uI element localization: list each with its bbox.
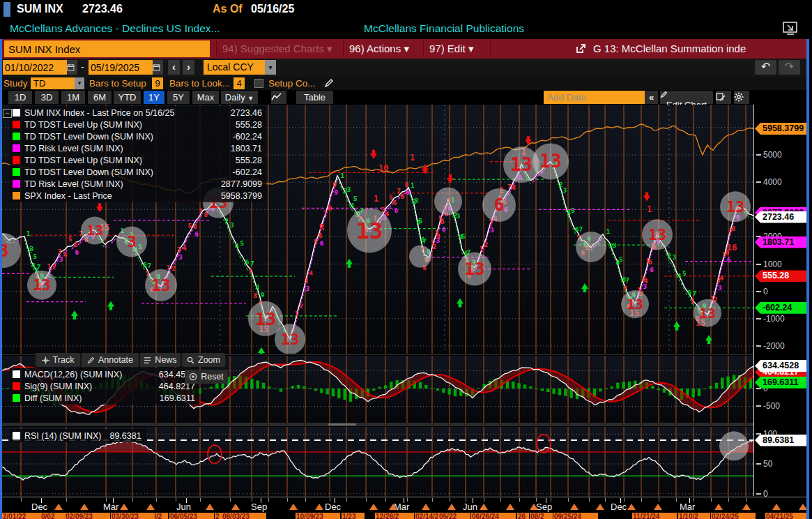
svg-text:5: 5 bbox=[68, 235, 72, 243]
legend-main-row[interactable]: TD TDST Level Down (SUM INX)-602.24 bbox=[13, 130, 262, 142]
bars-to-look-field[interactable]: 4 bbox=[233, 77, 245, 89]
x-axis-tick bbox=[186, 498, 187, 503]
as-of-label: As Of bbox=[213, 3, 243, 15]
currency-select[interactable]: Local CCY bbox=[204, 60, 265, 75]
security-input[interactable] bbox=[4, 40, 210, 57]
scrollbar-handle[interactable] bbox=[328, 423, 356, 426]
currency-dropdown-icon[interactable]: ▾ bbox=[265, 60, 276, 75]
date-chip: 08/2 bbox=[530, 513, 553, 519]
study-dropdown-icon[interactable]: ▾ bbox=[75, 77, 84, 89]
redo-button[interactable]: ↷ bbox=[779, 60, 800, 75]
tab-period-1d[interactable]: 1D bbox=[8, 91, 32, 104]
calendar-icon[interactable] bbox=[67, 60, 77, 75]
x-axis-tick bbox=[728, 498, 729, 502]
zoom-button[interactable]: Zoom bbox=[182, 353, 225, 367]
description-bar: McClellans Advances - Declines US Index.… bbox=[0, 19, 812, 39]
menu-edit[interactable]: 97) Edit ▾ bbox=[429, 39, 473, 59]
end-date-field[interactable] bbox=[89, 60, 153, 75]
legend-value: 169.6311 bbox=[160, 393, 195, 403]
chart-area: 1234567788991233456678991234567788991233… bbox=[2, 105, 806, 519]
event-triangle-icon bbox=[80, 504, 89, 510]
legend-label: Diff (SUM INX) bbox=[24, 393, 160, 403]
next-period-button[interactable]: › bbox=[183, 60, 194, 75]
svg-text:7: 7 bbox=[37, 263, 41, 271]
legend-macd-row[interactable]: Sig(9) (SUM INX)464.8217 bbox=[13, 380, 195, 392]
legend-main-row[interactable]: SPX Index - Last Price5958.3799 bbox=[13, 190, 262, 202]
news-button[interactable]: News bbox=[140, 353, 181, 367]
tab-period-max[interactable]: Max bbox=[192, 91, 219, 104]
x-axis-month-label: Mar bbox=[680, 502, 695, 512]
reset-button[interactable]: Reset bbox=[185, 370, 228, 384]
tab-period-ytd[interactable]: YTD bbox=[114, 91, 141, 104]
svg-text:2: 2 bbox=[171, 264, 176, 272]
tab-period-5y[interactable]: 5Y bbox=[167, 91, 190, 104]
tab-period-1m[interactable]: 1M bbox=[61, 91, 85, 104]
start-date-field[interactable] bbox=[3, 60, 67, 75]
legend-swatch bbox=[13, 156, 20, 164]
legend-collapse-icon[interactable]: − bbox=[3, 109, 12, 118]
collapse-icon[interactable]: « bbox=[645, 91, 658, 104]
menu-suggested-charts[interactable]: 94) Suggested Charts ▾ bbox=[222, 39, 332, 59]
legend-label: Sig(9) (SUM INX) bbox=[24, 382, 159, 391]
frequency-select[interactable]: Daily ▼ bbox=[221, 91, 258, 104]
svg-text:8: 8 bbox=[512, 183, 516, 191]
svg-text:5: 5 bbox=[353, 195, 358, 202]
svg-text:6: 6 bbox=[393, 199, 397, 206]
track-button[interactable]: Track bbox=[36, 353, 80, 367]
svg-text:1: 1 bbox=[374, 194, 378, 204]
event-triangle-icon bbox=[54, 504, 63, 510]
chart-settings-icon[interactable] bbox=[716, 91, 731, 104]
tab-period-3d[interactable]: 3D bbox=[35, 91, 59, 104]
svg-text:3: 3 bbox=[2, 241, 9, 261]
tab-period-1y[interactable]: 1Y bbox=[144, 91, 164, 104]
event-triangle-icon bbox=[120, 504, 128, 510]
date-chip: 0/02 bbox=[40, 513, 65, 519]
table-button[interactable]: Table bbox=[296, 91, 333, 104]
edit-chart-button[interactable]: Edit Chart bbox=[660, 91, 713, 104]
window-border-left bbox=[0, 39, 2, 519]
svg-text:1: 1 bbox=[480, 245, 484, 253]
td-13-circle bbox=[409, 246, 431, 268]
td-13-circle bbox=[434, 188, 462, 216]
prev-period-button[interactable]: ‹ bbox=[168, 60, 180, 75]
svg-text:3: 3 bbox=[718, 284, 722, 292]
chart-type-icon[interactable] bbox=[271, 91, 286, 104]
legend-main-row[interactable]: SUM INX Index - Last Price on 5/16/25272… bbox=[13, 107, 262, 119]
rsi-td-circle bbox=[719, 431, 749, 460]
svg-text:5: 5 bbox=[461, 232, 466, 240]
svg-text:6: 6 bbox=[75, 248, 79, 256]
annotate-button[interactable]: Annotate bbox=[82, 353, 139, 367]
legend-main-row[interactable]: TD TDST Level Down (SUM INX)-602.24 bbox=[13, 166, 262, 178]
x-axis-month-label: Sep bbox=[251, 502, 267, 512]
legend-main-row[interactable]: TD Risk Level (SUM INX)1803.71 bbox=[13, 142, 262, 154]
legend-macd-row[interactable]: MACD(12,26) (SUM INX)634.4528 bbox=[13, 368, 195, 380]
event-triangle-icon bbox=[206, 504, 214, 510]
svg-text:1: 1 bbox=[410, 153, 415, 163]
legend-main-row[interactable]: TD Risk Level (SUM INX)2877.9099 bbox=[13, 178, 262, 190]
pencil-icon[interactable] bbox=[324, 78, 334, 88]
study-select[interactable]: TD Combo bbox=[31, 77, 75, 89]
axis-price-tag: 169.6311 bbox=[755, 377, 806, 389]
export-icon[interactable] bbox=[575, 43, 587, 54]
axis-price-tag: 89.6381 bbox=[755, 435, 806, 446]
event-triangle-icon bbox=[596, 504, 604, 510]
as-of-date: 05/16/25 bbox=[251, 3, 294, 15]
add-data-input[interactable] bbox=[544, 91, 645, 104]
gear-icon[interactable] bbox=[734, 91, 749, 104]
tab-period-6m[interactable]: 6M bbox=[88, 91, 112, 104]
legend-macd-row[interactable]: Diff (SUM INX)169.6311 bbox=[13, 392, 195, 404]
legend-main-row[interactable]: TD TDST Level Up (SUM INX)555.28 bbox=[13, 119, 262, 130]
legend-main-row[interactable]: TD TDST Level Up (SUM INX)555.28 bbox=[13, 154, 262, 166]
legend-value: 2877.9099 bbox=[221, 179, 262, 189]
macd-legend: MACD(12,26) (SUM INX)634.4528Sig(9) (SUM… bbox=[10, 368, 199, 405]
svg-text:1: 1 bbox=[647, 204, 652, 214]
monitor-icon[interactable] bbox=[782, 22, 799, 36]
undo-button[interactable]: ↶ bbox=[755, 60, 776, 75]
x-axis-tick bbox=[287, 498, 288, 502]
menu-actions[interactable]: 96) Actions ▾ bbox=[349, 39, 409, 59]
svg-text:5: 5 bbox=[571, 206, 575, 214]
bars-to-setup-field[interactable]: 9 bbox=[152, 77, 163, 89]
setup-checkbox[interactable] bbox=[254, 79, 263, 88]
legend-rsi-row[interactable]: RSI (14) (SUM INX)89.6381 bbox=[13, 430, 141, 442]
calendar-icon[interactable] bbox=[153, 60, 163, 75]
